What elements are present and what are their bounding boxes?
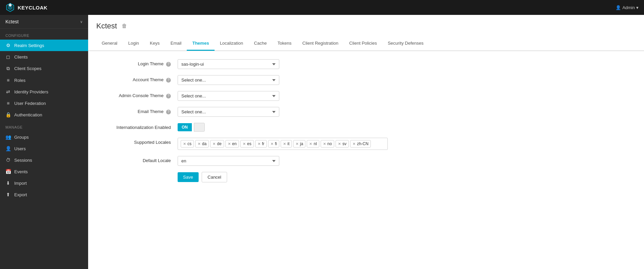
account-theme-select[interactable]: Select one... keycloak rh-sso base — [178, 75, 279, 85]
tab-cache[interactable]: Cache — [248, 37, 272, 51]
events-icon: 📅 — [5, 169, 11, 174]
email-theme-control: Select one... keycloak rh-sso base — [178, 107, 385, 117]
remove-cs-icon[interactable]: ✕ — [183, 142, 186, 146]
remove-sv-icon[interactable]: ✕ — [338, 142, 341, 146]
sidebar-item-groups[interactable]: 👥 Groups — [0, 131, 88, 143]
tab-general[interactable]: General — [96, 37, 123, 51]
sidebar-item-identity-providers[interactable]: ⇄ Identity Providers — [0, 86, 88, 97]
locale-tag-cs: ✕cs — [181, 140, 194, 148]
sidebar-item-label: Import — [14, 181, 27, 186]
locale-tag-de: ✕de — [210, 140, 224, 148]
sidebar-item-user-federation[interactable]: ≡ User Federation — [0, 97, 88, 109]
login-theme-help-icon[interactable]: ? — [166, 62, 171, 67]
sidebar-item-label: Export — [14, 192, 27, 197]
remove-es-icon[interactable]: ✕ — [243, 142, 246, 146]
locale-tag-da: ✕da — [195, 140, 209, 148]
cancel-button[interactable]: Cancel — [202, 172, 227, 182]
tab-tokens[interactable]: Tokens — [272, 37, 297, 51]
locale-tag-fr: ✕fr — [255, 140, 267, 148]
email-theme-help-icon[interactable]: ? — [166, 110, 171, 114]
tab-client-policies[interactable]: Client Policies — [344, 37, 382, 51]
remove-en-icon[interactable]: ✕ — [228, 142, 231, 146]
sidebar-item-label: Users — [14, 146, 26, 151]
sidebar-item-events[interactable]: 📅 Events — [0, 166, 88, 177]
sessions-icon: ⏱ — [5, 157, 11, 163]
logo-text: KEYCLOAK — [18, 5, 47, 10]
account-theme-control: Select one... keycloak rh-sso base — [178, 75, 385, 85]
sidebar-item-export[interactable]: ⬆ Export — [0, 189, 88, 200]
sidebar-item-client-scopes[interactable]: ⧉ Client Scopes — [0, 63, 88, 74]
locale-tags-container[interactable]: ✕cs ✕da ✕de ✕en ✕es ✕fr ✕fi ✕it ✕ja ✕nl … — [178, 138, 388, 150]
form-buttons-row: Save Cancel — [96, 172, 385, 182]
locale-tag-no: ✕no — [321, 140, 334, 148]
remove-fr-icon[interactable]: ✕ — [258, 142, 261, 146]
page-header: Kctest🗑 General Login Keys Email Themes … — [88, 15, 644, 51]
admin-console-theme-control: Select one... keycloak rh-sso base — [178, 91, 385, 101]
tab-login[interactable]: Login — [123, 37, 144, 51]
delete-realm-button[interactable]: 🗑 — [120, 22, 128, 30]
sidebar-item-label: User Federation — [14, 101, 46, 106]
sidebar-item-users[interactable]: 👤 Users — [0, 143, 88, 154]
tab-themes[interactable]: Themes — [187, 37, 214, 51]
sidebar: Kctest ∨ Configure ⚙ Realm Settings ◻ Cl… — [0, 15, 88, 269]
login-theme-select[interactable]: sas-login-ui keycloak rh-sso base — [178, 59, 279, 69]
user-federation-icon: ≡ — [5, 100, 11, 106]
remove-zhcn-icon[interactable]: ✕ — [353, 142, 356, 146]
admin-console-theme-select[interactable]: Select one... keycloak rh-sso base — [178, 91, 279, 101]
toggle-off-button[interactable] — [194, 123, 205, 132]
locale-tag-en: ✕en — [225, 140, 239, 148]
internationalization-control: ON — [178, 123, 385, 132]
sidebar-item-sessions[interactable]: ⏱ Sessions — [0, 154, 88, 166]
login-theme-control: sas-login-ui keycloak rh-sso base — [178, 59, 385, 69]
sidebar-item-label: Realm Settings — [14, 43, 44, 48]
tab-keys[interactable]: Keys — [144, 37, 165, 51]
remove-ja-icon[interactable]: ✕ — [296, 142, 299, 146]
remove-it-icon[interactable]: ✕ — [283, 142, 286, 146]
admin-console-theme-label: Admin Console Theme ? — [96, 91, 178, 98]
save-button[interactable]: Save — [178, 172, 199, 182]
remove-de-icon[interactable]: ✕ — [213, 142, 216, 146]
sidebar-item-import[interactable]: ⬇ Import — [0, 177, 88, 189]
tab-security-defenses[interactable]: Security Defenses — [382, 37, 429, 51]
locale-tag-zhcn: ✕zh-CN — [350, 140, 371, 148]
toggle-wrap: ON — [178, 123, 385, 132]
locale-tag-ja: ✕ja — [293, 140, 305, 148]
sidebar-item-authentication[interactable]: 🔒 Authentication — [0, 109, 88, 120]
email-theme-label: Email Theme ? — [96, 107, 178, 114]
tab-client-registration[interactable]: Client Registration — [297, 37, 344, 51]
account-theme-help-icon[interactable]: ? — [166, 78, 171, 83]
locale-tag-it: ✕it — [281, 140, 292, 148]
login-theme-row: Login Theme ? sas-login-ui keycloak rh-s… — [96, 59, 385, 69]
default-locale-select[interactable]: en cs da de es fr fi it ja nl no sv zh-C… — [178, 156, 279, 166]
tab-localization[interactable]: Localization — [215, 37, 249, 51]
keycloak-logo-icon — [5, 3, 15, 12]
sidebar-item-roles[interactable]: ≡ Roles — [0, 74, 88, 86]
remove-nl-icon[interactable]: ✕ — [309, 142, 312, 146]
locale-tag-nl: ✕nl — [307, 140, 319, 148]
manage-section-label: Manage — [0, 120, 88, 131]
supported-locales-row: Supported Locales ✕cs ✕da ✕de ✕en ✕es ✕f… — [96, 138, 385, 150]
tab-email[interactable]: Email — [165, 37, 187, 51]
sidebar-item-label: Events — [14, 169, 28, 174]
remove-fi-icon[interactable]: ✕ — [270, 142, 274, 146]
user-icon: 👤 — [616, 5, 621, 10]
login-theme-label: Login Theme ? — [96, 59, 178, 67]
realm-selector[interactable]: Kctest ∨ — [0, 15, 88, 29]
remove-no-icon[interactable]: ✕ — [323, 142, 326, 146]
email-theme-select[interactable]: Select one... keycloak rh-sso base — [178, 107, 279, 117]
users-icon: 👤 — [5, 146, 11, 151]
admin-console-theme-help-icon[interactable]: ? — [166, 94, 171, 98]
toggle-on-button[interactable]: ON — [178, 123, 192, 131]
user-menu[interactable]: 👤 Admin ▾ — [616, 5, 639, 10]
sidebar-item-realm-settings[interactable]: ⚙ Realm Settings — [0, 40, 88, 51]
configure-section-label: Configure — [0, 29, 88, 40]
sidebar-item-label: Groups — [14, 135, 29, 140]
remove-da-icon[interactable]: ✕ — [198, 142, 201, 146]
locale-tag-es: ✕es — [240, 140, 254, 148]
locale-tag-sv: ✕sv — [336, 140, 349, 148]
main-content: Kctest🗑 General Login Keys Email Themes … — [88, 15, 644, 269]
realm-chevron-icon: ∨ — [80, 20, 83, 24]
user-label: Admin — [622, 5, 635, 10]
sidebar-item-clients[interactable]: ◻ Clients — [0, 51, 88, 63]
email-theme-row: Email Theme ? Select one... keycloak rh-… — [96, 107, 385, 117]
